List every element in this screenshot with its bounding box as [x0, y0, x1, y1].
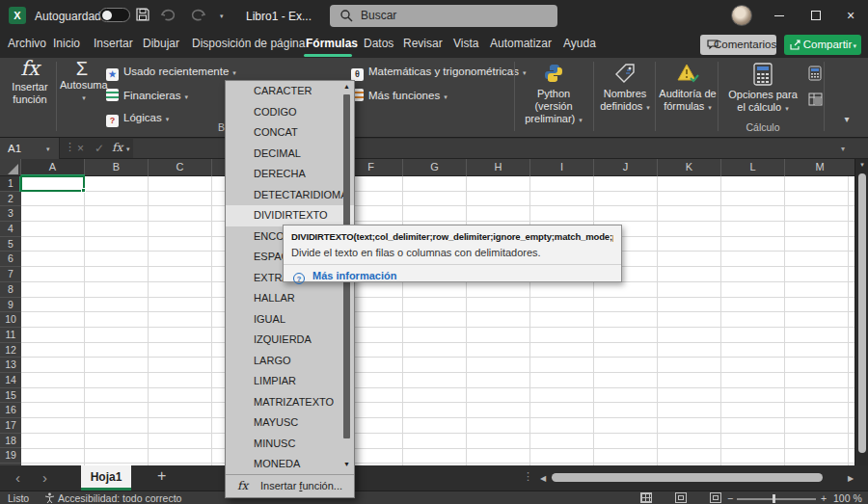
select-all-button[interactable]	[0, 159, 21, 176]
col-header-M[interactable]: M	[785, 159, 854, 176]
horizontal-scroll-thumb[interactable]	[552, 473, 823, 482]
scrollbar-resize-handle[interactable]: ⋮	[523, 470, 533, 483]
sheet-cells[interactable]	[21, 176, 854, 465]
hscroll-right-icon[interactable]: ▶	[848, 474, 854, 483]
menu-item-decimal[interactable]: DECIMAL	[226, 144, 354, 165]
sheet-tab-hoja1[interactable]: Hoja1	[81, 465, 131, 491]
formula-bar-handle[interactable]: ⋮	[65, 141, 75, 153]
row-header-9[interactable]: 9	[0, 298, 21, 313]
redo-icon[interactable]	[189, 7, 208, 24]
menu-item-caracter[interactable]: CARACTER	[226, 81, 354, 102]
tab-inicio[interactable]: Inicio	[53, 37, 80, 50]
vertical-scrollbar[interactable]	[854, 159, 868, 465]
row-header-16[interactable]: 16	[0, 403, 21, 418]
col-header-I[interactable]: I	[530, 159, 594, 176]
autosave-toggle[interactable]	[99, 8, 130, 22]
formula-bar-expand-icon[interactable]	[841, 145, 845, 153]
menu-item-hallar[interactable]: HALLAR	[226, 288, 354, 309]
name-box[interactable]: A1	[0, 138, 60, 159]
selected-cell-A1[interactable]	[20, 175, 85, 192]
logical-button[interactable]: ?Lógicas	[106, 112, 169, 131]
row-header-8[interactable]: 8	[0, 282, 21, 298]
menu-item-mayusc[interactable]: MAYUSC	[226, 412, 354, 434]
row-header-18[interactable]: 18	[0, 434, 21, 449]
more-info-link[interactable]: ?Más información	[293, 270, 396, 284]
tab-archivo[interactable]: Archivo	[8, 37, 46, 50]
hscroll-left-icon[interactable]: ◀	[540, 474, 546, 483]
zoom-in-button[interactable]: +	[821, 492, 827, 504]
page-layout-view-icon[interactable]	[675, 492, 687, 503]
insert-function-button[interactable]: fx Insertar función	[6, 63, 54, 106]
tab-revisar[interactable]: Revisar	[403, 37, 443, 50]
tab-vista[interactable]: Vista	[453, 37, 478, 50]
row-header-11[interactable]: 11	[0, 328, 21, 343]
menu-item-minusc[interactable]: MINUSC	[226, 434, 354, 455]
name-box-caret-icon[interactable]	[46, 146, 50, 153]
python-button[interactable]: Python (versión preliminar)	[517, 63, 590, 126]
zoom-out-button[interactable]: −	[727, 492, 733, 504]
row-header-1[interactable]: 1	[0, 176, 21, 192]
menu-item-limpiar[interactable]: LIMPIAR	[226, 371, 354, 392]
add-sheet-button[interactable]: +	[157, 467, 166, 485]
row-header-17[interactable]: 17	[0, 418, 21, 434]
maximize-button[interactable]	[799, 0, 833, 31]
row-header-10[interactable]: 10	[0, 312, 21, 328]
fx-caret-icon[interactable]	[126, 146, 130, 153]
close-button[interactable]: ×	[833, 0, 868, 31]
tab-ayuda[interactable]: Ayuda	[563, 37, 596, 50]
minimize-button[interactable]	[762, 0, 797, 31]
page-break-view-icon[interactable]	[710, 492, 721, 503]
col-header-H[interactable]: H	[467, 159, 530, 176]
calculate-now-button[interactable]	[808, 66, 822, 81]
row-header-2[interactable]: 2	[0, 192, 21, 207]
menu-item-moneda[interactable]: MONEDA	[226, 454, 354, 475]
row-header-15[interactable]: 15	[0, 388, 21, 404]
menu-scroll-up-icon[interactable]: ▲	[340, 83, 353, 90]
tab-disposicion[interactable]: Disposición de página	[192, 37, 305, 50]
menu-scroll-down-icon[interactable]: ▼	[340, 461, 353, 467]
excel-logo-icon[interactable]: X	[9, 7, 26, 24]
sheet-next-icon[interactable]: ›	[42, 469, 47, 486]
tab-insertar[interactable]: Insertar	[94, 37, 133, 50]
tab-formulas[interactable]: Fórmulas	[306, 37, 358, 50]
zoom-slider-track[interactable]	[737, 498, 816, 500]
tab-automatizar[interactable]: Automatizar	[490, 37, 552, 50]
menu-item-detectaridioma[interactable]: DETECTARIDIOMA	[226, 185, 354, 206]
row-header-19[interactable]: 19	[0, 448, 21, 464]
accessibility-status[interactable]: Accesibilidad: todo correcto	[58, 492, 181, 504]
menu-item-codigo[interactable]: CODIGO	[226, 102, 354, 123]
more-functions-button[interactable]: Más funciones	[351, 89, 448, 108]
fill-handle[interactable]	[81, 188, 86, 193]
zoom-level[interactable]: 100 %	[833, 492, 862, 504]
share-button[interactable]: Compartir	[784, 35, 861, 55]
zoom-slider-thumb[interactable]	[773, 494, 775, 503]
row-header-4[interactable]: 4	[0, 222, 21, 237]
vertical-scroll-thumb[interactable]	[858, 173, 866, 453]
col-header-G[interactable]: G	[403, 159, 467, 176]
row-header-12[interactable]: 12	[0, 343, 21, 358]
menu-insert-function-item[interactable]: fx Insertar función...	[226, 474, 354, 497]
cancel-icon[interactable]: ×	[77, 142, 84, 155]
scroll-up-icon[interactable]	[855, 161, 868, 169]
menu-item-matrizatexto[interactable]: MATRIZATEXTO	[226, 392, 354, 413]
row-header-14[interactable]: 14	[0, 373, 21, 388]
recently-used-button[interactable]: ★Usado recientemente	[106, 66, 236, 85]
row-header-13[interactable]: 13	[0, 358, 21, 373]
insert-function-fx-icon[interactable]: fx	[112, 141, 122, 154]
menu-item-largo[interactable]: LARGO	[226, 351, 354, 372]
quick-access-caret-icon[interactable]	[220, 13, 224, 20]
defined-names-button[interactable]: Nombres definidos	[596, 63, 654, 114]
sheet-prev-icon[interactable]: ‹	[15, 469, 20, 486]
math-trig-button[interactable]: θMatemáticas y trigonométricas	[351, 66, 526, 85]
col-header-B[interactable]: B	[85, 159, 149, 176]
menu-item-izquierda[interactable]: IZQUIERDA	[226, 330, 354, 351]
col-header-K[interactable]: K	[658, 159, 721, 176]
formula-auditing-button[interactable]: Auditoría de fórmulas	[658, 63, 718, 114]
enter-icon[interactable]: ✓	[95, 142, 104, 155]
row-header-6[interactable]: 6	[0, 252, 21, 267]
row-header-3[interactable]: 3	[0, 206, 21, 222]
search-input[interactable]: Buscar	[330, 5, 557, 27]
financial-button[interactable]: Financieras	[106, 89, 188, 108]
menu-item-derecha[interactable]: DERECHA	[226, 164, 354, 185]
col-header-J[interactable]: J	[594, 159, 658, 176]
